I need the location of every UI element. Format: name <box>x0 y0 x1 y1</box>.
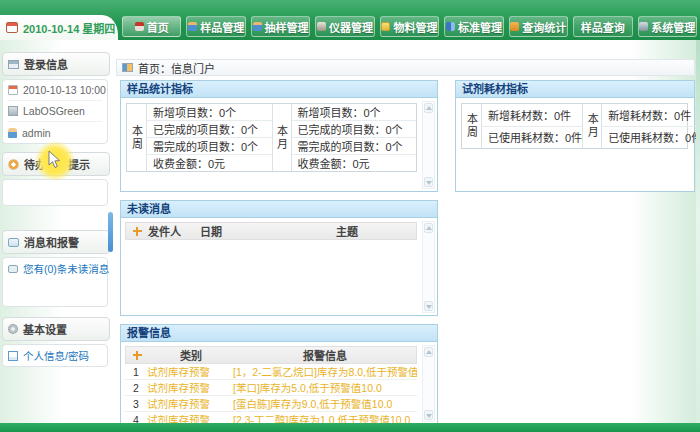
document-icon <box>8 351 18 361</box>
unread-messages-item[interactable]: 您有(0)条未读消息 <box>8 258 102 279</box>
alarm-message[interactable]: [蛋白胨]库存为9.0,低于预警值10.0 <box>233 396 417 411</box>
alarm-row[interactable]: 1 试剂库存预警 [1，2-二氯乙烷口]库存为8.0,低于预警值10.0 <box>125 364 417 380</box>
panel-sample-stats: 样品统计指标 本周 新增项目数：0个 已完成的项目数：0个 需完成的项目数：0个… <box>120 80 438 192</box>
query-icon <box>510 22 519 31</box>
month-label: 本月 <box>272 104 292 171</box>
move-icon <box>133 351 142 360</box>
unread-messages-link[interactable]: 您有(0)条未读消息 <box>23 261 109 276</box>
calendar-icon <box>8 85 18 95</box>
nav-tab-sample-mgmt[interactable]: 样品管理 <box>186 16 245 37</box>
move-icon <box>133 227 142 236</box>
messages-box: 您有(0)条未读消息 <box>2 257 108 307</box>
nav-tab-label: 样品管理 <box>200 19 244 35</box>
column-date: 日期 <box>200 223 278 239</box>
sidebar-splitter-handle[interactable] <box>108 212 113 252</box>
breadcrumb-label: 首页：信息门户 <box>138 60 215 76</box>
footer-bar <box>0 423 700 432</box>
panel-title: 试剂耗材指标 <box>456 81 694 98</box>
nav-tab-material-mgmt[interactable]: 物料管理 <box>380 16 439 37</box>
sidebar-section-settings[interactable]: 基本设置 <box>2 317 110 341</box>
app-window: 2010-10-14 星期四 首页 样品管理 抽样管理 仪器管理 物料管理 <box>0 0 700 432</box>
alarm-category[interactable]: 试剂库存预警 <box>147 380 233 395</box>
person-icon <box>188 22 197 31</box>
table-header-row: 发件人 日期 主题 <box>125 222 417 240</box>
week-rows: 新增项目数：0个 已完成的项目数：0个 需完成的项目数：0个 收费金额：0元 <box>147 104 272 171</box>
sidebar-section-todo[interactable]: 待办工作提示 <box>2 152 110 176</box>
stat-row: 新增项目数：0个 <box>147 104 272 121</box>
nav-tab-sample-query[interactable]: 样品查询 <box>573 16 632 37</box>
nav-tab-label: 标准管理 <box>458 19 502 35</box>
alarm-row[interactable]: 2 试剂库存预警 [苯口]库存为5.0,低于预警值10.0 <box>125 380 417 396</box>
stat-row: 新增耗材数：0件 <box>602 104 700 127</box>
month-rows: 新增耗材数：0件 已使用耗材数：0件 <box>602 104 700 148</box>
panel-scrollbar[interactable] <box>422 221 435 313</box>
panel-title: 样品统计指标 <box>121 81 437 98</box>
panel-scrollbar[interactable] <box>422 101 435 189</box>
row-number: 2 <box>125 382 147 394</box>
login-time-item: 2010-10-13 10:00 <box>8 80 102 101</box>
alarms-table: 类别 报警信息 1 试剂库存预警 [1，2-二氯乙烷口]库存为8.0,低于预警值… <box>125 346 417 428</box>
nav-tab-instrument-mgmt[interactable]: 仪器管理 <box>315 16 374 37</box>
column-sender: 发件人 <box>148 223 200 239</box>
alarm-message[interactable]: [苯口]库存为5.0,低于预警值10.0 <box>233 380 417 395</box>
stat-row: 需完成的项目数：0个 <box>292 138 417 155</box>
nav-tab-system-mgmt[interactable]: 系统管理 <box>638 16 697 37</box>
stat-row: 已使用耗材数：0件 <box>482 127 582 149</box>
system-icon <box>639 22 648 31</box>
stat-row: 收费金额：0元 <box>147 155 272 171</box>
alarm-category[interactable]: 试剂库存预警 <box>147 396 233 411</box>
portal-icon <box>122 63 133 72</box>
nav-tab-standard-mgmt[interactable]: 标准管理 <box>444 16 503 37</box>
alarm-category[interactable]: 试剂库存预警 <box>147 364 233 379</box>
profile-password-link[interactable]: 个人信息/密码 <box>23 348 89 363</box>
nav-tab-label: 查询统计 <box>522 19 566 35</box>
nav-tab-label: 系统管理 <box>651 19 695 35</box>
scroll-down-icon[interactable] <box>424 301 433 311</box>
scroll-up-icon[interactable] <box>424 347 433 357</box>
alarm-row[interactable]: 3 试剂库存预警 [蛋白胨]库存为9.0,低于预警值10.0 <box>125 396 417 412</box>
panel-body: 发件人 日期 主题 <box>121 219 437 315</box>
panel-body: 本周 新增耗材数：0件 已使用耗材数：0件 本月 新增耗材数：0件 已使用耗材数… <box>456 99 694 191</box>
stat-row: 新增耗材数：0件 <box>482 104 582 127</box>
panel-title: 未读消息 <box>121 201 437 218</box>
panel-reagent-stats: 试剂耗材指标 本周 新增耗材数：0件 已使用耗材数：0件 本月 新增耗材数：0件… <box>455 80 695 192</box>
panel-title: 报警信息 <box>121 325 437 342</box>
scroll-down-icon[interactable] <box>424 177 433 187</box>
nav-tab-sampling-mgmt[interactable]: 抽样管理 <box>251 16 310 37</box>
column-category: 类别 <box>148 347 234 363</box>
sidebar: 登录信息 2010-10-13 10:00 LabOSGreen admin 待… <box>0 44 113 422</box>
sidebar-section-messages[interactable]: 消息和报警 <box>2 230 110 254</box>
nav-tab-label: 仪器管理 <box>329 19 373 35</box>
section-title: 待办工作提示 <box>24 156 90 172</box>
unread-messages-table: 发件人 日期 主题 <box>125 222 417 240</box>
stat-row: 已使用耗材数：0件 <box>602 127 700 149</box>
user-icon <box>8 128 17 138</box>
nav-tab-home[interactable]: 首页 <box>122 16 181 37</box>
book-icon <box>446 22 455 31</box>
reagent-stats-table: 本周 新增耗材数：0件 已使用耗材数：0件 本月 新增耗材数：0件 已使用耗材数… <box>461 103 688 149</box>
scroll-up-icon[interactable] <box>424 103 433 113</box>
move-handle[interactable] <box>126 351 148 360</box>
stat-row: 已完成的项目数：0个 <box>147 121 272 138</box>
scroll-down-icon[interactable] <box>424 410 433 420</box>
login-icon <box>8 60 19 69</box>
move-handle[interactable] <box>126 227 148 236</box>
material-icon <box>381 22 390 31</box>
alarm-message[interactable]: [1，2-二氯乙烷口]库存为8.0,低于预警值10.0 <box>233 364 417 379</box>
nav-tab-query-stats[interactable]: 查询统计 <box>509 16 568 37</box>
stat-row: 收费金额：0元 <box>292 155 417 171</box>
todo-box <box>2 179 108 206</box>
chat-icon <box>8 238 19 247</box>
nav-tab-label: 物料管理 <box>393 19 437 35</box>
panel-scrollbar[interactable] <box>422 345 435 422</box>
login-org-item: LabOSGreen <box>8 101 102 122</box>
section-title: 消息和报警 <box>24 234 79 250</box>
scroll-up-icon[interactable] <box>424 223 433 233</box>
profile-item[interactable]: 个人信息/密码 <box>8 345 102 366</box>
breadcrumb: 首页：信息门户 <box>116 59 695 76</box>
sidebar-section-login[interactable]: 登录信息 <box>2 52 110 76</box>
main-nav: 首页 样品管理 抽样管理 仪器管理 物料管理 标准管理 <box>122 16 697 37</box>
current-date-label: 2010-10-14 星期四 <box>23 20 115 36</box>
login-org: LabOSGreen <box>23 105 85 117</box>
stat-row: 需完成的项目数：0个 <box>147 138 272 155</box>
